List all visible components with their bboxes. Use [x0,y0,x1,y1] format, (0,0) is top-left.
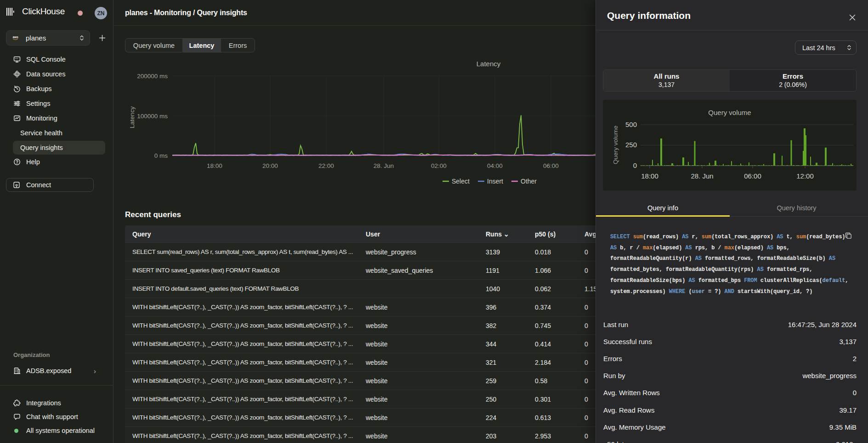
svg-text:0 ms: 0 ms [154,152,168,159]
svg-text:04:00: 04:00 [487,162,503,169]
svg-text:Latency: Latency [477,60,501,68]
svg-text:100000 ms: 100000 ms [137,113,168,120]
svg-text:200000 ms: 200000 ms [137,73,168,80]
svg-text:02:00: 02:00 [431,162,447,169]
svg-text:18:00: 18:00 [641,172,658,180]
svg-text:Latency: Latency [129,106,136,128]
svg-text:06:00: 06:00 [744,172,761,180]
svg-text:500: 500 [625,121,637,128]
svg-text:12:00: 12:00 [796,172,814,180]
svg-text:Other: Other [521,178,537,185]
svg-text:28. Jun: 28. Jun [691,172,713,180]
svg-text:22:00: 22:00 [318,162,334,169]
svg-text:Select: Select [452,178,470,185]
svg-text:250: 250 [625,141,637,149]
svg-text:Query volume: Query volume [612,126,619,164]
svg-text:20:00: 20:00 [262,162,278,169]
svg-text:aws: aws [13,35,18,39]
svg-text:28. Jun: 28. Jun [374,162,394,169]
svg-text:Query volume: Query volume [708,109,751,116]
svg-text:06:00: 06:00 [543,162,559,169]
svg-text:18:00: 18:00 [207,162,222,169]
svg-text:Insert: Insert [487,178,503,185]
svg-text:0: 0 [633,161,637,169]
